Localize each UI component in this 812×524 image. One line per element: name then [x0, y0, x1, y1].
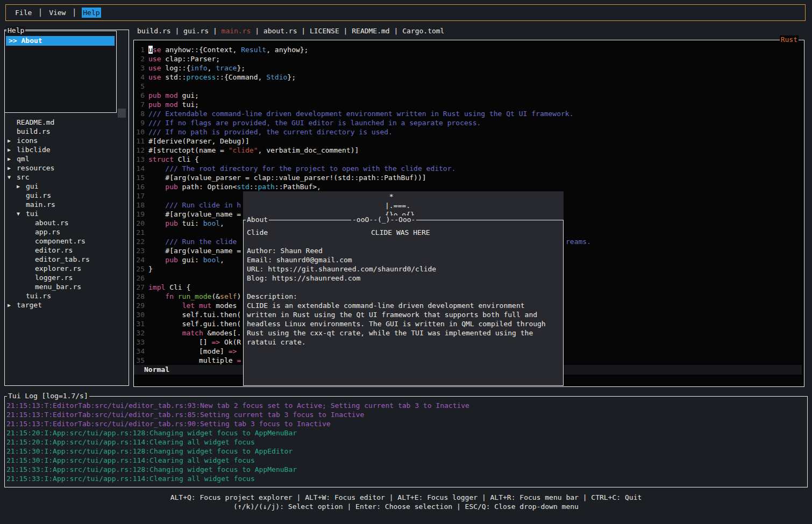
- code-text: use clap::Parser;: [148, 54, 220, 63]
- about-popup: * |.===. {}o o{} About -ooO--(_)--Ooo- C…: [243, 191, 564, 386]
- tree-item-README-md[interactable]: README.md: [5, 118, 129, 127]
- tree-item-label: editor.rs: [35, 246, 73, 255]
- code-token: path: [258, 183, 275, 191]
- popup-text-line: Email: shaunrd0@gmail.com: [247, 255, 560, 264]
- code-token: ,: [220, 219, 224, 227]
- chevron-down-icon: ▼: [17, 209, 20, 218]
- tree-item-libclide[interactable]: ▶libclide: [5, 145, 129, 154]
- tree-item-qml[interactable]: ▶qml: [5, 154, 129, 163]
- code-token: [148, 329, 182, 337]
- popup-text-line: Description:: [247, 292, 560, 301]
- tree-item-explorer-rs[interactable]: explorer.rs: [5, 264, 129, 273]
- code-token: mod: [165, 91, 177, 99]
- tree-item-resources[interactable]: ▶resources: [5, 163, 129, 173]
- code-token: pub: [165, 183, 177, 191]
- popup-text-line: ratatui crate.: [247, 338, 560, 347]
- tab-separator: |: [251, 27, 263, 35]
- code-token: bool: [203, 256, 220, 264]
- code-token: ): [237, 292, 241, 300]
- log-panel-title: Tui Log [log=1.7/s]: [7, 392, 89, 400]
- code-line: 6pub mod gui;: [134, 91, 804, 100]
- code-text: [mode] =>: [148, 347, 237, 356]
- tab-README-md[interactable]: README.md: [352, 27, 389, 35]
- tree-item-main-rs[interactable]: main.rs: [5, 200, 129, 209]
- tree-item-tui-rs[interactable]: tui.rs: [5, 291, 129, 300]
- tab-main-rs[interactable]: main.rs: [222, 27, 251, 35]
- popup-text-line: written in Rust using the Qt UI framewor…: [247, 310, 560, 319]
- tree-item-label: src: [17, 173, 29, 182]
- explorer-scrollbar-thumb[interactable]: [118, 109, 126, 118]
- tree-item-label: tui: [26, 209, 38, 218]
- code-token: &modes[.: [203, 329, 241, 337]
- code-token: trace: [216, 64, 237, 72]
- help-dropdown-menu: Help >> About: [4, 31, 117, 113]
- tree-item-app-rs[interactable]: app.rs: [5, 227, 129, 236]
- code-token: "clide": [229, 146, 258, 154]
- dropdown-item-about[interactable]: >> About: [6, 36, 115, 46]
- code-line: 9/// If no flags are provided, the GUI e…: [134, 118, 804, 127]
- code-token: multiple: [148, 356, 237, 364]
- code-token: };: [287, 73, 296, 81]
- tree-item-gui[interactable]: ▶gui: [5, 182, 129, 191]
- code-token: [148, 292, 165, 300]
- code-token: /// Run clide in h: [148, 201, 241, 209]
- line-number: 8: [134, 109, 145, 118]
- tree-item-label: build.rs: [17, 127, 51, 136]
- tree-item-gui-rs[interactable]: gui.rs: [5, 191, 129, 200]
- code-line: 5: [134, 82, 804, 91]
- code-token: #[arg(value_name =: [148, 210, 241, 218]
- tree-item-build-rs[interactable]: build.rs: [5, 127, 129, 136]
- code-token: impl: [148, 283, 165, 291]
- tab-about-rs[interactable]: about.rs: [263, 27, 297, 35]
- line-number: 28: [134, 292, 145, 301]
- code-token: #[arg(value_name =: [148, 247, 241, 255]
- code-token: tui;: [178, 101, 199, 109]
- code-token: pub: [165, 256, 177, 264]
- tab-build-rs[interactable]: build.rs: [137, 27, 171, 35]
- tree-item-target[interactable]: ▶target: [5, 300, 129, 310]
- code-text: match &modes[.: [148, 328, 241, 338]
- tree-item-label: resources: [17, 163, 54, 173]
- tree-item-label: logger.rs: [35, 273, 73, 282]
- code-token: /// If no flags are provided, the GUI ed…: [148, 119, 481, 127]
- tree-item-src[interactable]: ▼src: [5, 173, 129, 182]
- code-token: =>: [229, 347, 237, 355]
- code-token: se: [153, 46, 161, 54]
- tree-item-tui[interactable]: ▼tui: [5, 209, 129, 218]
- code-text: /// If no flags are provided, the GUI ed…: [148, 118, 481, 127]
- code-line: 14 /// The root directory for the projec…: [134, 164, 804, 173]
- menu-item-help[interactable]: Help: [82, 8, 101, 18]
- tree-item-logger-rs[interactable]: logger.rs: [5, 273, 129, 282]
- tree-item-about-rs[interactable]: about.rs: [5, 218, 129, 227]
- line-number: 11: [134, 137, 145, 146]
- tree-item-component-rs[interactable]: component.rs: [5, 236, 129, 246]
- about-popup-box: About -ooO--(_)--Ooo- ClideCLIDE WAS HER…: [243, 220, 564, 386]
- popup-text-line: [247, 283, 560, 292]
- tree-item-label: gui: [26, 182, 38, 191]
- tab-LICENSE[interactable]: LICENSE: [310, 27, 339, 35]
- tab-Cargo-toml[interactable]: Cargo.toml: [402, 27, 444, 35]
- tree-item-menu_bar-rs[interactable]: menu_bar.rs: [5, 282, 129, 291]
- log-entry: 21:15:13:T:EditorTab:src/tui/editor_tab.…: [6, 401, 806, 410]
- code-token: [148, 219, 165, 227]
- code-text: #[derive(Parser, Debug)]: [148, 137, 250, 146]
- tree-item-editor-rs[interactable]: editor.rs: [5, 246, 129, 255]
- log-entry: 21:15:33:I:App:src/tui/app.rs:128:Changi…: [6, 465, 806, 474]
- code-line: 13struct Cli {: [134, 155, 804, 164]
- tui-log-panel[interactable]: Tui Log [log=1.7/s] 21:15:13:T:EditorTab…: [4, 396, 808, 487]
- code-token: self.gui.then(: [148, 320, 241, 328]
- tree-item-icons[interactable]: ▶icons: [5, 136, 129, 145]
- file-tree: README.mdbuild.rs▶icons▶libclide▶qml▶res…: [5, 118, 129, 310]
- tab-gui-rs[interactable]: gui.rs: [183, 27, 209, 35]
- menu-item-view[interactable]: View: [48, 8, 67, 18]
- code-text: #[arg(value_name =: [148, 210, 241, 219]
- code-text: #[structopt(name = "clide", verbatim_doc…: [148, 146, 359, 155]
- code-token: /// Run the clide: [148, 238, 241, 246]
- code-token: =>: [211, 338, 220, 346]
- log-entry: 21:15:30:I:App:src/tui/app.rs:128:Changi…: [6, 447, 806, 456]
- editor-tab-bar: build.rs | gui.rs | main.rs | about.rs |…: [137, 26, 444, 35]
- menu-item-file[interactable]: File: [14, 8, 33, 18]
- tree-item-label: about.rs: [35, 218, 69, 227]
- menu-separator: │: [72, 8, 76, 17]
- tree-item-editor_tab-rs[interactable]: editor_tab.rs: [5, 255, 129, 264]
